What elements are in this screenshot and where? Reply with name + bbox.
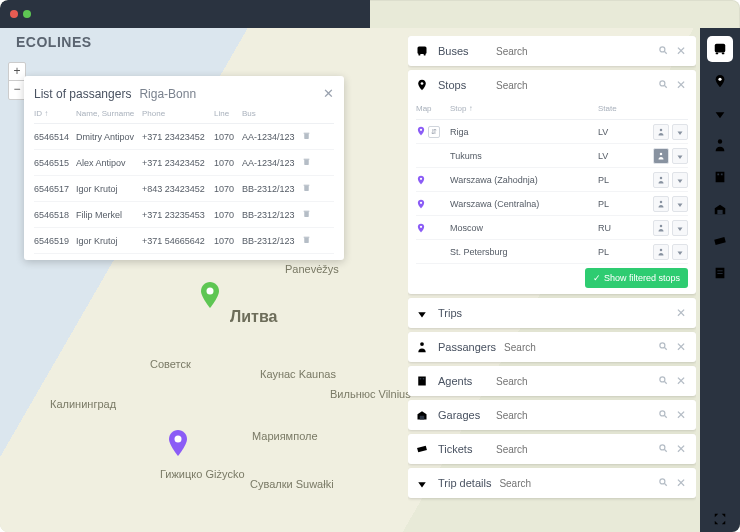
route-icon[interactable]: [672, 196, 688, 212]
delete-icon[interactable]: [302, 183, 316, 194]
passenger-row[interactable]: 6546517Igor Krutoj+843 234234521070BB-23…: [34, 176, 334, 202]
passenger-row[interactable]: 6546515Alex Antipov+371 234234521070AA-1…: [34, 150, 334, 176]
panel-buses: Buses ✕: [408, 36, 696, 66]
buses-search-input[interactable]: [496, 46, 654, 57]
pin-icon: [416, 79, 432, 91]
svg-point-1: [175, 436, 182, 443]
map-marker-purple[interactable]: [168, 430, 188, 456]
stops-search-input[interactable]: [496, 80, 654, 91]
route-icon[interactable]: [672, 124, 688, 140]
panel-header-tickets[interactable]: Tickets ✕: [408, 434, 696, 464]
zoom-out-button[interactable]: −: [9, 81, 25, 99]
route-icon: [416, 307, 432, 319]
ticket-icon: [416, 443, 432, 455]
sidebar-item-bus[interactable]: [707, 36, 733, 62]
stop-row[interactable]: St. PetersburgPL: [416, 240, 688, 264]
search-icon[interactable]: [654, 374, 672, 388]
delete-icon[interactable]: [302, 131, 316, 142]
agents-search-input[interactable]: [496, 376, 654, 387]
panel-close-icon[interactable]: ✕: [672, 476, 690, 490]
col-id[interactable]: ID ↑: [34, 109, 76, 118]
tripdetails-search-input[interactable]: [499, 478, 654, 489]
col-bus[interactable]: Bus: [242, 109, 302, 118]
delete-icon[interactable]: [302, 157, 316, 168]
passenger-row[interactable]: 6546514Dmitry Antipov+371 234234521070AA…: [34, 124, 334, 150]
app-window: Kuršių mariasКлайпеда KlaipėdaЛитваКауна…: [0, 0, 740, 532]
route-icon[interactable]: [672, 244, 688, 260]
passengers-title: List of passangers: [34, 87, 131, 101]
sidebar-item-person[interactable]: [707, 132, 733, 158]
filter-icon[interactable]: ⇵: [428, 126, 440, 138]
walk-icon[interactable]: [653, 244, 669, 260]
search-icon[interactable]: [654, 44, 672, 58]
panel-header-agents[interactable]: Agents ✕: [408, 366, 696, 396]
search-icon[interactable]: [654, 442, 672, 456]
bus-icon: [416, 45, 432, 57]
panel-label: Trips: [432, 307, 496, 319]
sidebar-item-ticket[interactable]: [707, 228, 733, 254]
panel-header-garages[interactable]: Garages ✕: [408, 400, 696, 430]
stop-row[interactable]: TukumsLV: [416, 144, 688, 168]
map-marker-green[interactable]: [200, 282, 220, 308]
panel-agents: Agents ✕: [408, 366, 696, 396]
stops-body: MapStop ↑State⇵ RigaLV TukumsLV Warszawa…: [408, 100, 696, 294]
passenger-row[interactable]: 6546519Igor Krutoj+371 546656421070BB-23…: [34, 228, 334, 254]
panel-close-icon[interactable]: ✕: [672, 408, 690, 422]
building-icon: [416, 375, 432, 387]
route-icon[interactable]: [672, 172, 688, 188]
panel-close-icon[interactable]: ✕: [672, 442, 690, 456]
route-icon[interactable]: [672, 148, 688, 164]
pass-search-input[interactable]: [504, 342, 654, 353]
panel-label: Tickets: [432, 443, 496, 455]
sidebar-item-doc[interactable]: [707, 260, 733, 286]
walk-icon[interactable]: [653, 220, 669, 236]
panel-close-icon[interactable]: ✕: [672, 374, 690, 388]
search-icon[interactable]: [654, 78, 672, 92]
garages-search-input[interactable]: [496, 410, 654, 421]
route-icon[interactable]: [672, 220, 688, 236]
show-filtered-button[interactable]: ✓ Show filtered stops: [585, 268, 688, 288]
panel-header-pass[interactable]: Passangers ✕: [408, 332, 696, 362]
panel-label: Garages: [432, 409, 496, 421]
sidebar-item-garage[interactable]: [707, 196, 733, 222]
panel-close-icon[interactable]: ✕: [672, 44, 690, 58]
panel-label: Passangers: [432, 341, 504, 353]
col-name[interactable]: Name, Surname: [76, 109, 142, 118]
col-phone[interactable]: Phone: [142, 109, 214, 118]
walk-icon[interactable]: [653, 172, 669, 188]
walk-icon[interactable]: [653, 196, 669, 212]
panel-header-trips[interactable]: Trips ✕: [408, 298, 696, 328]
zoom-in-button[interactable]: +: [9, 63, 25, 81]
sidebar-item-building[interactable]: [707, 164, 733, 190]
panel-close-icon[interactable]: ✕: [672, 340, 690, 354]
sidebar-item-route[interactable]: [707, 100, 733, 126]
panel-close-icon[interactable]: ✕: [672, 78, 690, 92]
walk-icon[interactable]: [653, 124, 669, 140]
window-close-dot[interactable]: [10, 10, 18, 18]
sidebar-item-pin[interactable]: [707, 68, 733, 94]
search-icon[interactable]: [654, 476, 672, 490]
stop-row[interactable]: ⇵ RigaLV: [416, 120, 688, 144]
panel-header-buses[interactable]: Buses ✕: [408, 36, 696, 66]
map-label: Вильнюс Vilnius: [330, 388, 411, 400]
stop-row[interactable]: Warszawa (Zahodnja)PL: [416, 168, 688, 192]
passenger-row[interactable]: 6546518Filip Merkel+371 232354531070BB-2…: [34, 202, 334, 228]
col-line[interactable]: Line: [214, 109, 242, 118]
panel-label: Trip details: [432, 477, 499, 489]
delete-icon[interactable]: [302, 235, 316, 246]
svg-point-0: [207, 288, 214, 295]
panel-header-tripdetails[interactable]: Trip details ✕: [408, 468, 696, 498]
stop-row[interactable]: MoscowRU: [416, 216, 688, 240]
tickets-search-input[interactable]: [496, 444, 654, 455]
window-max-dot[interactable]: [23, 10, 31, 18]
panel-close-icon[interactable]: ✕: [672, 306, 690, 320]
sidebar-item-expand[interactable]: [707, 506, 733, 532]
panel-header-stops[interactable]: Stops ✕: [408, 70, 696, 100]
passengers-close-icon[interactable]: ✕: [323, 86, 334, 101]
search-icon[interactable]: [654, 340, 672, 354]
walk-icon[interactable]: [653, 148, 669, 164]
delete-icon[interactable]: [302, 209, 316, 220]
stop-row[interactable]: Warszawa (Centralna)PL: [416, 192, 688, 216]
person-icon: [416, 341, 432, 353]
search-icon[interactable]: [654, 408, 672, 422]
